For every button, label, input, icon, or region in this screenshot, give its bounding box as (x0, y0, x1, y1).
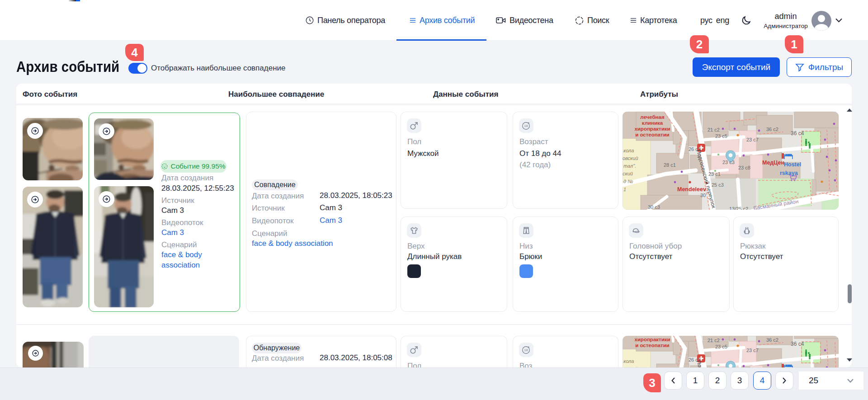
svg-text:rskaya: rskaya (780, 170, 798, 176)
svg-text:лечебная: лечебная (640, 114, 664, 120)
svg-text:30 с3: 30 с3 (648, 204, 660, 210)
svg-text:23 с7: 23 с7 (746, 137, 759, 142)
svg-text:кола: кола (623, 148, 634, 153)
svg-text:18: 18 (524, 124, 528, 128)
svg-text:36 с2: 36 с2 (766, 127, 778, 132)
svg-text:36 с2: 36 с2 (766, 337, 778, 343)
svg-text:д №: д № (623, 179, 633, 184)
svg-text:13/25 с2: 13/25 с2 (729, 206, 748, 210)
svg-text:МедЦен: МедЦен (762, 160, 784, 166)
svg-text:Hostel: Hostel (784, 161, 801, 168)
svg-text:23 с1: 23 с1 (708, 171, 721, 177)
svg-text:23 с3: 23 с3 (722, 160, 735, 165)
svg-text:хиропрактики: хиропрактики (634, 337, 670, 342)
svg-text:1: 1 (623, 187, 626, 192)
svg-text:36 с4: 36 с4 (791, 130, 804, 136)
svg-text:21 с2: 21 с2 (708, 127, 720, 132)
svg-text:клиника: клиника (642, 336, 663, 336)
svg-text:овский: овский (623, 155, 638, 161)
svg-text:21 с2: 21 с2 (708, 338, 720, 343)
svg-text:23 с5: 23 с5 (715, 344, 727, 349)
svg-text:клиника: клиника (642, 120, 663, 126)
svg-text:23 с7: 23 с7 (746, 348, 759, 353)
svg-text:Mendeleev: Mendeleev (677, 186, 706, 193)
svg-text:23 с5: 23 с5 (715, 133, 727, 139)
svg-text:30: 30 (700, 193, 706, 198)
svg-text:хиропрактики: хиропрактики (634, 126, 670, 132)
svg-text:тал".: тал". (623, 163, 636, 169)
svg-text:и остеопатии: и остеопатии (635, 343, 670, 348)
svg-text:кола: кола (623, 358, 634, 364)
svg-text:18: 18 (524, 348, 528, 352)
svg-text:28 с1: 28 с1 (664, 162, 676, 168)
svg-text:ский: ский (623, 171, 633, 176)
svg-text:25 с3: 25 с3 (712, 182, 724, 188)
svg-text:23 с8: 23 с8 (738, 165, 750, 170)
svg-text:36 с4: 36 с4 (791, 341, 804, 347)
svg-text:и остеопатии: и остеопатии (635, 132, 670, 137)
